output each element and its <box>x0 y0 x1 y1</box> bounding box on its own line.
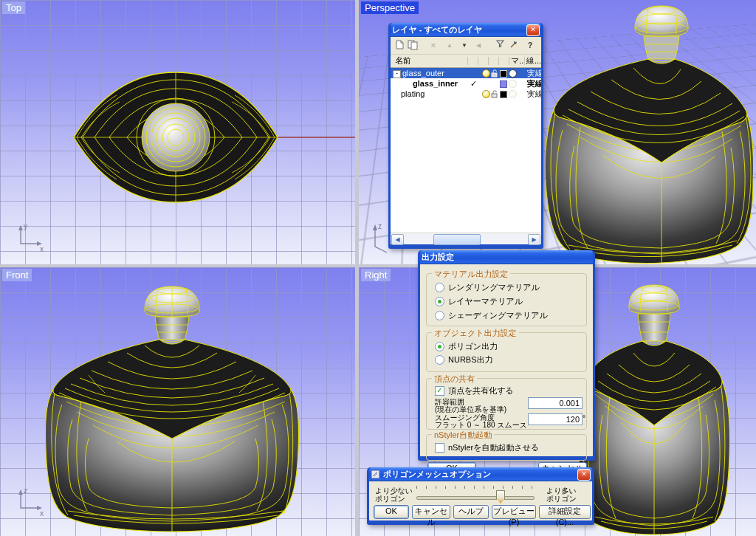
nstyler-autostart-checkbox-row[interactable]: nStylerを自動起動させる <box>435 442 539 453</box>
vertex-group-label: 頂点の共有 <box>432 374 477 385</box>
new-layer-icon[interactable] <box>394 40 405 51</box>
detail-settings-button[interactable]: 詳細設定(C)... <box>539 505 591 519</box>
radio-selected-icon[interactable] <box>435 342 444 351</box>
mesh-density-slider[interactable] <box>416 496 535 500</box>
axis-indicator-top: y x <box>13 221 47 254</box>
move-up-icon[interactable]: ▲ <box>444 40 456 51</box>
close-icon[interactable]: ✕ <box>526 24 540 36</box>
viewport-top[interactable]: y x Top <box>0 0 355 264</box>
layer-linetype[interactable]: 実線 <box>527 68 541 78</box>
column-linetype[interactable]: 線... <box>526 55 541 66</box>
layer-on-bulb-icon[interactable] <box>482 90 490 98</box>
scrollbar-thumb[interactable] <box>433 234 481 245</box>
help-icon[interactable]: ? <box>524 40 536 51</box>
radio-rendering-material[interactable]: レンダリングマテリアル <box>435 282 540 293</box>
radio-label: シェーディングマテリアル <box>448 310 548 321</box>
viewport-front[interactable]: z x Front <box>0 267 355 536</box>
axis-z-label: z <box>24 487 27 495</box>
nstyler-group-label: nStyler自動起動 <box>432 430 494 441</box>
viewport-label-top[interactable]: Top <box>2 1 25 14</box>
layer-color-swatch[interactable] <box>500 70 507 78</box>
axis-indicator-front: z x <box>13 486 47 518</box>
axis-z-label: z <box>378 222 382 230</box>
viewport-label-front[interactable]: Front <box>2 269 32 281</box>
checkbox-label: 頂点を共有化する <box>448 385 514 396</box>
layer-material-icon[interactable] <box>509 90 517 98</box>
output-dialog-titlebar[interactable]: 出力設定 <box>420 250 593 264</box>
scroll-left-icon[interactable]: ◀ <box>391 234 404 245</box>
more-polygons-label-2: ポリゴン <box>546 495 577 503</box>
layers-dialog-titlebar[interactable]: レイヤ - すべてのレイヤ ✕ <box>391 23 541 37</box>
radio-label: レンダリングマテリアル <box>448 282 540 293</box>
layer-linetype[interactable]: 実線 <box>527 78 541 89</box>
column-material[interactable]: マ.. <box>511 55 523 66</box>
lock-open-icon[interactable] <box>491 69 498 78</box>
layers-dialog-title: レイヤ - すべてのレイヤ <box>392 24 523 35</box>
layer-color-swatch[interactable] <box>500 91 507 98</box>
layer-list: - glass_outer 実線 glass_inner ✓ 実線 plat <box>391 68 541 233</box>
scroll-right-icon[interactable]: ▶ <box>528 234 540 245</box>
ok-button[interactable]: OK <box>374 505 409 519</box>
checkbox-label: nStylerを自動起動させる <box>448 442 539 453</box>
radio-icon[interactable] <box>435 283 444 292</box>
close-icon[interactable]: ✕ <box>577 469 591 481</box>
cancel-button[interactable]: キャンセル <box>412 505 450 519</box>
radio-nurbs-output[interactable]: NURBS出力 <box>435 354 493 365</box>
slider-thumb[interactable] <box>496 490 505 504</box>
more-polygons-label-1: より多い <box>546 487 577 495</box>
slider-ticks <box>416 486 533 489</box>
layer-on-bulb-icon[interactable] <box>482 69 490 78</box>
mesh-dialog-titlebar[interactable]: ポリゴンメッシュオプション ✕ <box>369 467 592 481</box>
radio-icon[interactable] <box>435 311 444 320</box>
layer-color-swatch[interactable] <box>500 80 507 88</box>
layer-name: glass_inner <box>413 78 458 89</box>
output-dialog-title: 出力設定 <box>422 252 591 263</box>
help-button[interactable]: ヘルプ <box>453 505 489 519</box>
delete-layer-icon[interactable]: ✕ <box>427 40 439 51</box>
collapse-icon[interactable]: ◀ <box>472 40 484 51</box>
checkbox-checked-icon[interactable]: ✓ <box>435 386 444 396</box>
tolerance-note: (現在の単位系を基準) <box>435 405 506 413</box>
radio-shading-material[interactable]: シェーディングマテリアル <box>435 310 548 321</box>
collapse-minus-icon[interactable]: - <box>393 70 401 78</box>
lock-open-icon[interactable] <box>491 90 498 98</box>
polygon-mesh-options-dialog: ポリゴンメッシュオプション ✕ より少ない ポリゴン より多い ポリゴン OK … <box>367 467 594 525</box>
layer-name: glass_outer <box>402 68 444 78</box>
share-vertices-checkbox-row[interactable]: ✓ 頂点を共有化する <box>435 385 514 396</box>
current-layer-check-icon: ✓ <box>470 78 477 89</box>
checkbox-unchecked-icon[interactable] <box>435 443 444 453</box>
fewer-polygons-label-1: より少ない <box>375 487 413 495</box>
radio-icon[interactable] <box>435 355 444 365</box>
radio-selected-icon[interactable] <box>435 297 444 306</box>
object-output-group: オブジェクト出力設定 <box>426 332 587 372</box>
layer-material-icon[interactable] <box>509 80 517 88</box>
bottle-top-view-wireframe <box>0 0 355 264</box>
axis-x-label: x <box>40 245 44 253</box>
radio-layer-material[interactable]: レイヤーマテリアル <box>435 296 523 307</box>
radio-polygon-output[interactable]: ポリゴン出力 <box>435 341 498 352</box>
viewport-label-right[interactable]: Right <box>361 269 391 281</box>
preview-button[interactable]: プレビュー(P) <box>492 505 536 519</box>
layer-list-header: 名前 マ.. 線... <box>391 55 541 68</box>
layer-material-icon[interactable] <box>509 69 517 78</box>
layer-row-glass-inner[interactable]: glass_inner ✓ 実線 <box>391 78 541 89</box>
layer-name: plating <box>401 89 425 99</box>
smoothing-note: フラット 0 ～ 180 スムース <box>435 421 527 429</box>
application-window: y x Top <box>0 0 756 536</box>
mesh-dialog-title: ポリゴンメッシュオプション <box>383 469 574 480</box>
tolerance-input[interactable]: 0.001 <box>528 397 583 409</box>
layer-row-glass-outer[interactable]: - glass_outer 実線 <box>391 68 541 78</box>
axis-x-label: x <box>40 509 44 518</box>
tools-icon[interactable] <box>508 40 520 51</box>
viewport-label-perspective[interactable]: Perspective <box>361 1 419 14</box>
horizontal-scrollbar[interactable]: ◀ ▶ <box>391 233 541 244</box>
smoothing-angle-input[interactable]: 120 <box>528 413 583 425</box>
filter-icon[interactable] <box>494 40 506 51</box>
move-down-icon[interactable]: ▼ <box>458 40 470 51</box>
copy-layer-icon[interactable] <box>407 40 419 51</box>
output-settings-dialog: 出力設定 マテリアル出力設定 レンダリングマテリアル レイヤーマテリアル シェー… <box>418 250 595 461</box>
column-name[interactable]: 名前 <box>395 55 411 66</box>
radio-label: レイヤーマテリアル <box>448 296 523 307</box>
layer-row-plating[interactable]: plating 実線 <box>391 89 541 99</box>
layer-linetype[interactable]: 実線 <box>527 89 541 99</box>
